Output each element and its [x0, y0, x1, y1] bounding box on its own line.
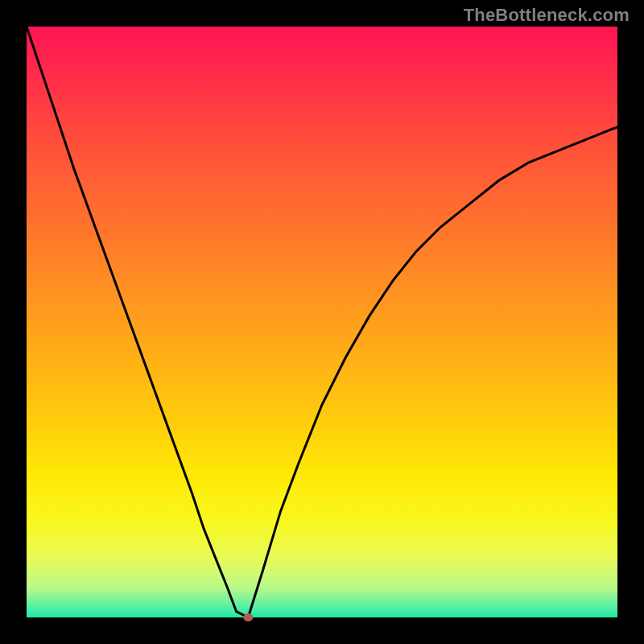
plot-area — [27, 27, 617, 617]
minimum-marker — [243, 613, 253, 621]
curve-right-branch — [248, 127, 617, 617]
chart-frame: TheBottleneck.com — [0, 0, 644, 644]
watermark-text: TheBottleneck.com — [464, 5, 630, 26]
curve-left-branch — [27, 27, 248, 617]
curve-svg — [27, 27, 617, 617]
